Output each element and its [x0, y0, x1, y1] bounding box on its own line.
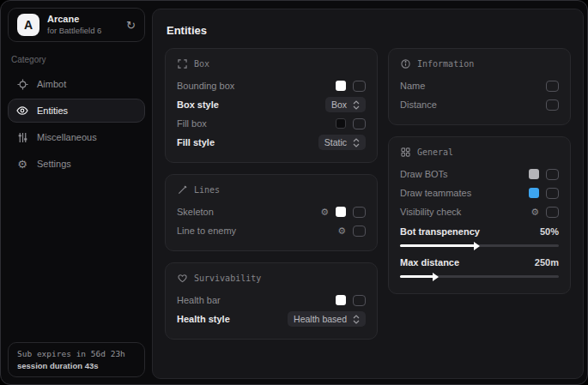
pencil-line-icon [177, 184, 187, 195]
dropdown-value: Static [324, 137, 347, 147]
brand-subtitle: for Battlefield 6 [47, 26, 101, 36]
sidebar-item-label: Settings [37, 159, 71, 169]
setting-row-box-style: Box style Box [177, 95, 366, 114]
color-swatch[interactable] [336, 81, 346, 91]
gear-icon[interactable]: ⚙ [320, 208, 329, 217]
slider-thumb[interactable] [474, 242, 480, 250]
crosshair-icon [16, 78, 28, 90]
fill-style-dropdown[interactable]: Static [318, 135, 366, 150]
slider-fill [400, 275, 433, 278]
sidebar-item-label: Miscellaneous [37, 132, 97, 142]
bot-transparency-slider[interactable] [400, 244, 559, 247]
sidebar-item-label: Entities [37, 105, 68, 116]
box-style-dropdown[interactable]: Box [325, 97, 366, 112]
chevron-updown-icon [353, 315, 360, 324]
setting-row-fill-style: Fill style Static [177, 133, 366, 152]
chevron-updown-icon [353, 100, 360, 110]
setting-row-fill-box: Fill box [177, 114, 366, 133]
sidebar-item-aimbot[interactable]: Aimbot [8, 72, 145, 96]
visibility-check-checkbox[interactable] [546, 207, 559, 218]
brand-name: Arcane [47, 14, 101, 26]
slider-fill [400, 244, 475, 247]
card-title: Box [194, 59, 209, 69]
sidebar-item-miscellaneous[interactable]: Miscellaneous [8, 125, 145, 149]
main-panel: Entities Box Bounding box [152, 9, 584, 379]
setting-label: Draw BOTs [400, 169, 448, 179]
setting-label: Fill style [177, 137, 215, 147]
brand-avatar: A [17, 14, 39, 36]
draw-bots-checkbox[interactable] [546, 169, 559, 180]
app-window: A Arcane for Battlefield 6 ↻ Category Ai… [0, 0, 588, 385]
skeleton-checkbox[interactable] [353, 207, 366, 218]
card-information-header: Information [400, 58, 559, 69]
setting-row-bounding-box: Bounding box [177, 76, 366, 95]
card-lines: Lines Skeleton ⚙ Line to enemy ⚙ [165, 174, 378, 251]
brand-card: A Arcane for Battlefield 6 ↻ [8, 8, 145, 42]
gear-icon[interactable]: ⚙ [530, 208, 539, 217]
color-swatch[interactable] [336, 118, 346, 129]
setting-label: Health bar [177, 295, 221, 305]
setting-row-line-to-enemy: Line to enemy ⚙ [177, 221, 366, 240]
setting-label: Line to enemy [177, 226, 236, 236]
card-general: General Draw BOTs Draw teammates [388, 136, 571, 294]
setting-label: Box style [177, 99, 219, 110]
setting-row-visibility-check: Visibility check ⚙ [400, 202, 559, 221]
setting-row-name: Name [400, 76, 559, 95]
heart-icon [177, 273, 187, 283]
gear-icon[interactable]: ⚙ [337, 226, 346, 236]
setting-row-health-bar: Health bar [177, 291, 366, 310]
setting-row-draw-teammates: Draw teammates [400, 183, 559, 202]
card-box: Box Bounding box Box style Box [165, 48, 378, 163]
dropdown-value: Box [331, 99, 347, 110]
slider-label: Max distance [400, 257, 459, 268]
distance-checkbox[interactable] [546, 99, 559, 111]
setting-label: Health style [177, 314, 230, 324]
sidebar-item-entities[interactable]: Entities [8, 99, 145, 123]
sidebar: A Arcane for Battlefield 6 ↻ Category Ai… [1, 1, 152, 384]
sync-icon[interactable]: ↻ [126, 19, 136, 32]
frame-corners-icon [177, 58, 187, 69]
info-icon [400, 58, 410, 69]
color-swatch[interactable] [336, 207, 346, 217]
slider-value: 250m [535, 257, 559, 268]
color-swatch[interactable] [529, 169, 539, 179]
card-title: General [417, 147, 453, 157]
sidebar-item-settings[interactable]: ⚙ Settings [8, 152, 145, 176]
draw-teammates-checkbox[interactable] [546, 188, 559, 199]
name-checkbox[interactable] [546, 81, 559, 92]
gear-icon: ⚙ [16, 158, 28, 170]
line-to-enemy-checkbox[interactable] [353, 226, 366, 237]
subscription-info: Sub expires in 56d 23h session duration … [8, 342, 145, 377]
setting-row-health-style: Health style Health based [177, 310, 366, 328]
health-bar-checkbox[interactable] [353, 295, 366, 306]
sliders-icon [16, 131, 28, 143]
card-title: Lines [194, 185, 220, 195]
session-duration-text: session duration 43s [17, 361, 136, 370]
bounding-box-checkbox[interactable] [353, 81, 366, 92]
slider-label: Bot transpenency [400, 226, 480, 237]
color-swatch[interactable] [336, 295, 346, 305]
sub-expiry-text: Sub expires in 56d 23h [17, 349, 136, 358]
setting-label: Bounding box [177, 81, 234, 91]
max-distance-slider-group: Max distance 250m [400, 255, 559, 278]
fill-box-checkbox[interactable] [353, 118, 366, 129]
card-survivability-header: Survivability [177, 273, 366, 283]
page-title: Entities [167, 24, 571, 37]
slider-thumb[interactable] [433, 273, 439, 281]
max-distance-slider[interactable] [400, 275, 559, 278]
setting-label: Fill box [177, 118, 207, 129]
setting-label: Distance [400, 99, 437, 110]
brand-text: Arcane for Battlefield 6 [47, 14, 101, 36]
card-title: Information [417, 59, 474, 69]
setting-label: Name [400, 81, 425, 91]
card-box-header: Box [177, 58, 366, 69]
color-swatch[interactable] [529, 188, 539, 198]
slider-value: 50% [540, 226, 559, 237]
card-lines-header: Lines [177, 184, 366, 195]
category-label: Category [11, 55, 142, 64]
card-general-header: General [400, 147, 559, 157]
health-style-dropdown[interactable]: Health based [288, 311, 366, 327]
eye-icon [16, 105, 28, 117]
setting-label: Draw teammates [400, 188, 471, 198]
setting-row-skeleton: Skeleton ⚙ [177, 202, 366, 221]
